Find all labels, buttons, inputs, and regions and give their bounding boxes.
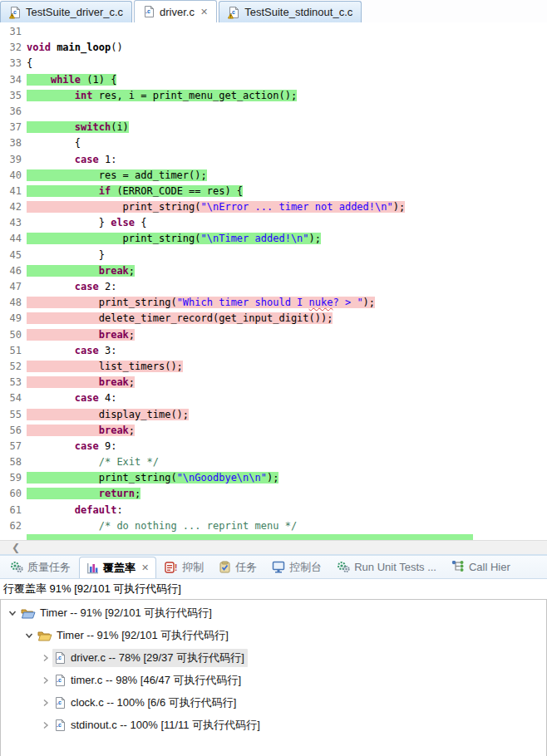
tree-row-label: Timer -- 91% [92/101 可执行代码行] <box>57 628 229 643</box>
code-line-55: 55 display_time(); <box>0 407 547 423</box>
tree-row-selected[interactable]: .cdriver.c -- 78% [29/37 可执行代码行] <box>52 649 248 667</box>
code-text: case 2: <box>27 281 116 292</box>
code-editor[interactable]: 3132void main_loop()33{34 while (1) {35 … <box>0 22 547 540</box>
editor-tab-testsuite-stdinout-c-c[interactable]: .cTestSuite_stdinout_c.c <box>219 1 362 22</box>
code-text: case 3: <box>27 345 116 356</box>
tree-row[interactable]: Timer -- 91% [92/101 可执行代码行] <box>1 601 546 624</box>
chevron-right-icon[interactable] <box>39 674 52 687</box>
coverage-tree[interactable]: Timer -- 91% [92/101 可执行代码行]Timer -- 91%… <box>0 599 547 756</box>
code-line-51: 51 case 3: <box>0 343 547 359</box>
bottom-tab-gears[interactable]: 质量任务 <box>3 556 77 578</box>
bottom-tab-gears[interactable]: Run Unit Tests ... <box>330 556 443 578</box>
code-line-53: 53 break; <box>0 375 547 390</box>
tree-row[interactable]: Timer -- 91% [92/101 可执行代码行] <box>1 624 546 646</box>
covered-code: res = add_timer(); <box>27 169 207 181</box>
code-line-39: 39 case 1: <box>0 152 547 168</box>
bottom-tab-console[interactable]: 控制台 <box>265 556 328 578</box>
code-line-50: 50 break; <box>0 327 547 343</box>
tree-row-content[interactable]: .cstdinout.c -- 100% [11/11 可执行代码行] <box>52 716 264 734</box>
console-icon <box>272 561 285 573</box>
bottom-tab-label: 覆盖率 <box>103 561 136 576</box>
code-line-34: 34 while (1) { <box>0 72 547 88</box>
tree-row-content[interactable]: .ctimer.c -- 98% [46/47 可执行代码行] <box>52 671 244 690</box>
chevron-down-icon[interactable] <box>22 629 36 642</box>
tree-row-label: Timer -- 91% [92/101 可执行代码行] <box>40 606 212 621</box>
covered-code: print_string("\nTimer added!\n"); <box>27 233 321 244</box>
uncovered-code: list_timers(); <box>27 361 183 372</box>
line-number: 41 <box>0 184 27 199</box>
horizontal-scrollbar[interactable]: ❮ <box>0 540 547 554</box>
line-number: 52 <box>0 359 27 375</box>
close-icon[interactable]: ✕ <box>200 7 208 17</box>
code-text: void main_loop() <box>27 42 123 53</box>
code-text: /* do nothing ... reprint menu */ <box>27 520 297 532</box>
editor-tab-bar: .cTestSuite_driver_c.c.cdriver.c✕.cTestS… <box>0 0 547 22</box>
uncovered-code: break; <box>27 376 135 388</box>
gears-icon <box>337 561 350 573</box>
svg-text:.c: .c <box>57 699 62 704</box>
bottom-tab-suppress[interactable]: !抑制 <box>158 556 210 578</box>
editor-tab-driver-c[interactable]: .cdriver.c✕ <box>134 0 217 22</box>
chevron-right-icon[interactable] <box>39 719 52 732</box>
chevron-right-icon[interactable] <box>39 651 52 665</box>
covered-code: if (ERROR_CODE == res) { <box>27 185 243 197</box>
scroll-left-icon[interactable]: ❮ <box>12 542 20 553</box>
line-number: 43 <box>0 215 27 231</box>
tree-row[interactable]: .cdriver.c -- 78% [29/37 可执行代码行] <box>1 646 546 669</box>
tree-row-content[interactable]: Timer -- 91% [92/101 可执行代码行] <box>19 604 215 622</box>
bar-chart-icon <box>86 562 99 574</box>
line-number: 46 <box>0 263 27 279</box>
code-line-58: 58 /* Exit */ <box>0 454 547 470</box>
uncovered-code: display_time(); <box>27 409 189 420</box>
tree-row-label: clock.c -- 100% [6/6 可执行代码行] <box>71 695 236 710</box>
code-line-52: 52 list_timers(); <box>0 359 547 375</box>
uncovered-code: print_string("Which timer should I nuke?… <box>27 297 375 308</box>
bottom-tab-bar-chart[interactable]: 覆盖率✕ <box>79 557 156 579</box>
tree-row-label: stdinout.c -- 100% [11/11 可执行代码行] <box>71 718 260 733</box>
folder-open-blue-icon <box>21 607 36 619</box>
editor-tab-label: TestSuite_driver_c.c <box>26 6 123 18</box>
line-number: 50 <box>0 327 27 343</box>
line-number: 62 <box>0 518 27 534</box>
code-line-36: 36 <box>0 104 547 120</box>
c-file-icon: .c <box>54 651 67 665</box>
code-text: } <box>27 249 105 261</box>
bottom-tab-label: 控制台 <box>289 560 322 575</box>
code-text: /* Exit */ <box>27 456 159 468</box>
line-number: 39 <box>0 152 27 168</box>
code-line-45: 45 } <box>0 248 547 263</box>
uncovered-code: break; <box>27 329 135 341</box>
tree-row[interactable]: .ctimer.c -- 98% [46/47 可执行代码行] <box>1 669 546 691</box>
close-icon[interactable]: ✕ <box>141 562 149 573</box>
bottom-tab-tasks[interactable]: 任务 <box>212 556 264 578</box>
code-text: case 1: <box>27 154 116 165</box>
line-number: 49 <box>0 311 27 326</box>
code-line-49: 49 delete_timer_record(get_input_digit()… <box>0 311 547 326</box>
line-number: 60 <box>0 486 27 502</box>
chevron-down-icon[interactable] <box>6 606 19 620</box>
tree-row-content[interactable]: Timer -- 91% [92/101 可执行代码行] <box>36 626 232 645</box>
tree-row[interactable]: .cclock.c -- 100% [6/6 可执行代码行] <box>1 691 546 714</box>
code-line-44: 44 print_string("\nTimer added!\n"); <box>0 231 547 247</box>
chevron-right-icon[interactable] <box>39 696 52 709</box>
tree-row-content[interactable]: .cclock.c -- 100% [6/6 可执行代码行] <box>52 694 239 712</box>
gears-icon <box>10 561 23 573</box>
code-line-42: 42 print_string("\nError ... timer not a… <box>0 199 547 215</box>
tree-row[interactable]: .cstdinout.c -- 100% [11/11 可执行代码行] <box>1 714 546 736</box>
bottom-tab-label: 抑制 <box>182 560 204 575</box>
bottom-tab-label: Call Hier <box>469 561 510 573</box>
code-text: case 9: <box>27 440 116 452</box>
call-hierarchy-icon <box>451 561 465 573</box>
chevron-collapsed-icon <box>41 653 51 663</box>
line-number: 38 <box>0 135 27 151</box>
line-number: 47 <box>0 279 27 295</box>
editor-tab-testsuite-driver-c-c[interactable]: .cTestSuite_driver_c.c <box>0 1 132 22</box>
code-text: { <box>27 137 81 149</box>
line-number: 34 <box>0 72 27 88</box>
code-line-40: 40 res = add_timer(); <box>0 168 547 184</box>
line-number: 56 <box>0 423 27 439</box>
c-file-warning-icon: .c <box>9 6 22 19</box>
bottom-tab-call-hierarchy[interactable]: Call Hier <box>445 556 517 578</box>
covered-code: return; <box>27 488 140 499</box>
line-number: 40 <box>0 168 27 184</box>
